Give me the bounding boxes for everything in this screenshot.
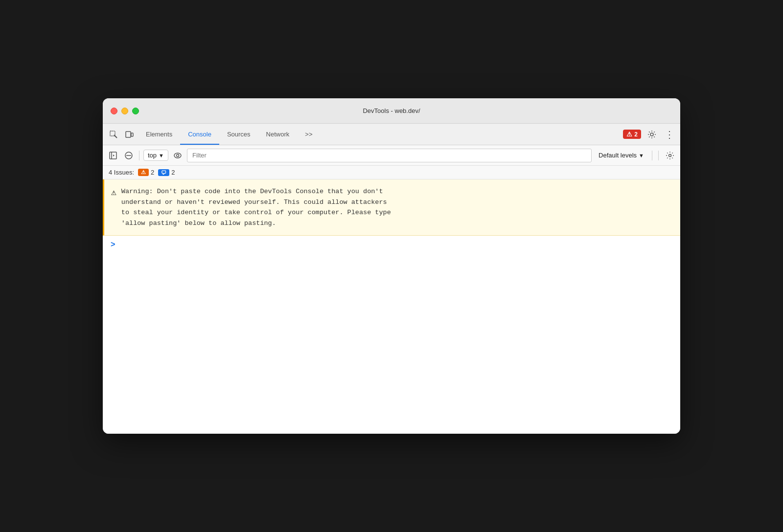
blue-issue-count: 2 (171, 169, 175, 176)
tab-elements[interactable]: Elements (138, 124, 180, 145)
orange-issues[interactable]: ⚠ 2 (138, 169, 154, 176)
traffic-lights (111, 108, 139, 114)
blue-issue-icon: 🗩 (158, 169, 169, 176)
tab-network[interactable]: Network (258, 124, 298, 145)
warning-text: Warning: Don't paste code into the DevTo… (121, 186, 391, 228)
filter-input[interactable] (187, 149, 592, 162)
minimize-button[interactable] (121, 108, 128, 114)
svg-point-9 (174, 153, 181, 158)
svg-rect-1 (126, 132, 131, 137)
device-toolbar-icon[interactable] (122, 128, 136, 141)
more-tabs-button[interactable]: >> (297, 124, 320, 145)
issues-count: 2 (634, 131, 638, 138)
issues-warning-icon: ⚠ (626, 131, 632, 138)
sidebar-toggle-icon[interactable] (107, 149, 119, 162)
window-title: DevTools - web.dev/ (363, 107, 420, 114)
warning-triangle-icon: ⚠️ (111, 187, 116, 198)
dropdown-arrow-icon: ▼ (159, 153, 164, 158)
maximize-button[interactable] (132, 108, 139, 114)
blue-issues[interactable]: 🗩 2 (158, 169, 175, 176)
settings-icon[interactable] (645, 128, 659, 141)
issues-bar: 4 Issues: ⚠ 2 🗩 2 (103, 166, 680, 179)
tab-sources[interactable]: Sources (219, 124, 258, 145)
console-settings-icon[interactable] (664, 149, 676, 162)
log-levels-dropdown[interactable]: Default levels ▼ (595, 150, 648, 160)
toolbar-divider-2 (652, 151, 652, 160)
console-prompt-area[interactable]: > (103, 236, 680, 254)
console-toolbar: top ▼ Default levels ▼ (103, 145, 680, 166)
inspect-element-icon[interactable] (107, 128, 120, 141)
svg-point-3 (650, 133, 653, 136)
svg-point-10 (176, 154, 179, 156)
close-button[interactable] (111, 108, 117, 114)
context-selector[interactable]: top ▼ (143, 150, 168, 161)
orange-issue-icon: ⚠ (138, 169, 149, 176)
tab-bar: Elements Console Sources Network >> (138, 124, 621, 145)
warning-message: ⚠️ Warning: Don't paste code into the De… (103, 179, 680, 236)
tab-console[interactable]: Console (180, 124, 219, 145)
more-options-icon[interactable]: ⋮ (663, 128, 676, 141)
orange-issue-count: 2 (151, 169, 154, 176)
svg-point-11 (669, 154, 671, 156)
eye-icon[interactable] (171, 149, 184, 162)
toolbar-divider (139, 151, 139, 160)
toolbar-divider-3 (658, 151, 659, 160)
levels-arrow-icon: ▼ (639, 153, 644, 158)
tab-toolbar: Elements Console Sources Network >> ⚠ 2 (103, 124, 680, 145)
svg-marker-6 (113, 155, 115, 156)
devtools-window: DevTools - web.dev/ Elements Console (103, 98, 680, 434)
clear-console-icon[interactable] (122, 149, 135, 162)
titlebar: DevTools - web.dev/ (103, 98, 680, 124)
prompt-chevron-icon: > (111, 241, 115, 249)
svg-rect-2 (131, 133, 133, 136)
issues-badge[interactable]: ⚠ 2 (623, 130, 641, 139)
toolbar-right: ⚠ 2 ⋮ (623, 128, 676, 141)
console-output: ⚠️ Warning: Don't paste code into the De… (103, 179, 680, 434)
